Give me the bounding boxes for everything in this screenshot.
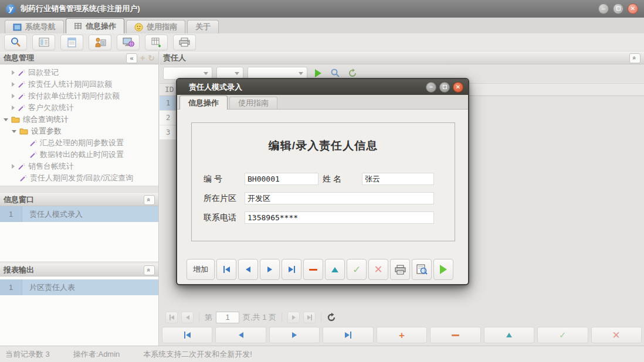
refresh-filter-icon[interactable]: [348, 69, 357, 78]
pager-refresh-icon[interactable]: [327, 313, 336, 322]
grid-row[interactable]: 2: [160, 111, 177, 125]
record-cancel-button[interactable]: ✕: [591, 327, 642, 343]
grid-row[interactable]: 3: [160, 125, 177, 140]
dialog-tabstrip: 信息操作 使用指南: [177, 95, 468, 110]
first-record-button[interactable]: [216, 259, 236, 280]
area-input[interactable]: [245, 192, 434, 204]
tree-item-kehuqiankuan[interactable]: 客户欠款统计: [0, 102, 158, 114]
print-tool-button[interactable]: [173, 35, 196, 50]
expander-icon[interactable]: [12, 82, 15, 87]
form-view-button[interactable]: [32, 35, 55, 50]
run-button[interactable]: [433, 259, 453, 280]
titlebar: y 制药行业销售管理系统(非注册用户) – ✕: [0, 0, 644, 18]
tab-about[interactable]: 关于: [187, 20, 219, 33]
expander-icon[interactable]: [12, 70, 15, 75]
add-button[interactable]: 增加: [187, 259, 215, 280]
info-window-collapse-button[interactable]: «: [144, 195, 155, 205]
main-toolbar: [0, 33, 644, 52]
tree-item-anzerenren[interactable]: 按责任人统计期间回款额: [0, 78, 158, 90]
search-icon: [10, 37, 22, 47]
report-output-collapse-button[interactable]: «: [144, 265, 155, 275]
entry-form: 编辑/录入责任人信息 编 号 姓 名 所在片区 联系电话: [191, 122, 455, 241]
expander-icon[interactable]: [12, 94, 15, 98]
app-window: y 制药行业销售管理系统(非注册用户) – ✕ 系统导航 信息操作 使用指南 关…: [0, 0, 644, 362]
tab-user-guide[interactable]: 使用指南: [126, 20, 185, 33]
dialog-title: 责任人模式录入: [189, 82, 242, 93]
x-icon: ✕: [374, 264, 382, 275]
table-add-button[interactable]: [145, 35, 168, 50]
grid-row-selected[interactable]: 1: [160, 96, 177, 111]
delete-button[interactable]: [303, 259, 323, 280]
name-input[interactable]: [362, 173, 434, 185]
dialog-minimize-button[interactable]: –: [426, 82, 436, 93]
tree-item-zerenren-query[interactable]: 责任人期间发货/回款/沉淀查询: [0, 172, 158, 184]
code-label: 编 号: [204, 174, 222, 185]
form-icon: [39, 37, 49, 47]
tree-item-zonghe[interactable]: 综合查询统计: [0, 114, 158, 125]
dialog-tab-info-operation[interactable]: 信息操作: [179, 95, 228, 110]
record-add-button[interactable]: +: [377, 327, 427, 343]
maximize-button[interactable]: [613, 4, 623, 14]
tree-item-huizong[interactable]: 汇总处理的期间参数设置: [0, 137, 158, 149]
tree-item-anfukuan[interactable]: 按付款单位统计期间付款额: [0, 90, 158, 102]
document-button[interactable]: [60, 35, 83, 50]
expander-icon[interactable]: [12, 164, 15, 169]
tree-label: 按责任人统计期间回款额: [28, 79, 112, 90]
person-chart-icon: [94, 37, 106, 47]
record-next-button[interactable]: [269, 327, 320, 343]
close-button[interactable]: ✕: [628, 4, 638, 14]
minimize-button[interactable]: –: [598, 4, 609, 14]
pager-last-button[interactable]: [303, 312, 316, 323]
save-button[interactable]: ✓: [347, 259, 367, 280]
cancel-button[interactable]: ✕: [368, 259, 388, 280]
print-preview-button[interactable]: [412, 259, 432, 280]
record-last-button[interactable]: [323, 327, 373, 343]
monitor-web-button[interactable]: [117, 35, 140, 50]
tab-info-operation[interactable]: 信息操作: [66, 18, 124, 33]
info-window-row[interactable]: 1 责任人模式录入: [0, 206, 158, 222]
edit-button[interactable]: [325, 259, 345, 280]
wand-icon: [18, 104, 25, 112]
search-tool-button[interactable]: [4, 35, 27, 50]
pager-first-button[interactable]: [165, 312, 178, 323]
dialog-tab-user-guide[interactable]: 使用指南: [229, 97, 277, 109]
arrow-left-icon: [246, 267, 250, 272]
chevron-down-icon: [235, 72, 239, 75]
prev-record-button[interactable]: [238, 259, 258, 280]
tree-item-xiaoshoutaizhang[interactable]: 销售台帐统计: [0, 160, 158, 172]
tree-item-huikuan[interactable]: 回款登记: [0, 67, 158, 78]
report-output-row[interactable]: 1 片区责任人表: [0, 279, 158, 295]
tab-system-nav[interactable]: 系统导航: [5, 20, 64, 33]
pager-prev-button[interactable]: [181, 312, 194, 323]
record-edit-button[interactable]: [484, 327, 534, 343]
code-input[interactable]: [245, 173, 318, 185]
maximize-icon: [616, 6, 621, 11]
expander-icon[interactable]: [12, 105, 15, 110]
record-first-button[interactable]: [162, 327, 212, 343]
last-record-button[interactable]: [282, 259, 301, 280]
page-number-input[interactable]: [216, 312, 239, 323]
dialog-close-button[interactable]: ✕: [453, 82, 463, 93]
dialog-maximize-button[interactable]: [439, 82, 450, 93]
check-icon: ✓: [352, 264, 361, 276]
expander-icon[interactable]: [4, 118, 8, 121]
person-report-button[interactable]: [89, 35, 111, 50]
next-record-button[interactable]: [260, 259, 280, 280]
x-icon: ✕: [612, 330, 621, 340]
panel-collapse-button[interactable]: «: [629, 53, 640, 63]
dialog-titlebar: 责任人模式录入 – ✕: [177, 79, 468, 95]
search-edit-icon[interactable]: [330, 69, 340, 78]
tree-item-shujuzhuanchu[interactable]: 数据转出的截止时间设置: [0, 149, 158, 160]
expander-icon[interactable]: [12, 130, 16, 133]
record-prev-button[interactable]: [215, 327, 266, 343]
record-save-button[interactable]: ✓: [537, 327, 588, 343]
sidebar-collapse-button[interactable]: «: [126, 53, 137, 63]
print-button[interactable]: [390, 259, 410, 280]
tree-item-shezhicanshu[interactable]: 设置参数: [0, 125, 158, 137]
record-delete-button[interactable]: [430, 327, 480, 343]
pager-next-button[interactable]: [287, 312, 300, 323]
grid-id-column-header[interactable]: ID: [165, 85, 174, 94]
run-filter-button[interactable]: [315, 69, 321, 77]
zerenren-panel-header: 责任人 «: [160, 52, 644, 64]
phone-input[interactable]: [245, 211, 434, 224]
